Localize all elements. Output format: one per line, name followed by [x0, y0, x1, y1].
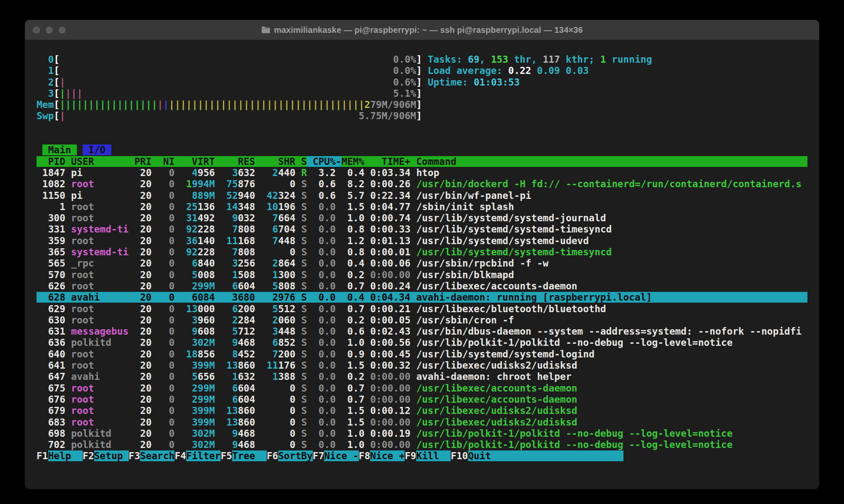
fkey-f6-sortby[interactable]: SortBy [278, 450, 313, 461]
tab-io[interactable]: I/O [83, 144, 111, 155]
fkey-f4-filter[interactable]: Filter [186, 450, 221, 461]
process-row-676[interactable]: 676 root 20 0 299M 6604 0 S 0.0 0.7 0:00… [37, 394, 807, 405]
process-row-683[interactable]: 683 root 20 0 399M 13860 0 S 0.0 1.5 0:0… [37, 417, 807, 428]
process-row-629[interactable]: 629 root 20 0 13000 6200 5512 S 0.0 0.7 … [37, 303, 807, 315]
fkey-label-f9: F9 [405, 450, 416, 461]
process-row-626[interactable]: 626 root 20 0 299M 6604 5808 S 0.0 0.7 0… [37, 281, 807, 292]
fkey-label-f6: F6 [267, 450, 278, 461]
blank-row [37, 122, 807, 133]
htop-screen[interactable]: 0[ 0.0%] Tasks: 69, 153 thr, 117 kthr; 1… [37, 54, 807, 462]
fkey-f7-nice-[interactable]: Nice - [324, 450, 358, 461]
title-bar[interactable]: maximiliankaske — pi@raspberrypi: ~ — ss… [25, 20, 819, 40]
process-row-702[interactable]: 702 polkitd 20 0 302M 9468 0 S 0.0 1.0 0… [37, 439, 807, 450]
screen-tabs: Main I/O [37, 144, 807, 156]
sort-column-cpu[interactable]: CPU%- [307, 156, 341, 167]
process-row-1150[interactable]: 1150 pi 20 0 889M 52940 42324 S 0.6 5.7 … [37, 190, 807, 201]
fkey-label-f1: F1 [37, 450, 48, 461]
blank-row [37, 133, 807, 144]
table-header-columns[interactable]: MEM% TIME+ Command [341, 156, 807, 167]
fkey-f5-tree[interactable]: Tree [232, 450, 267, 461]
process-row-570[interactable]: 570 root 20 0 5008 1508 1300 S 0.0 0.2 0… [37, 269, 807, 281]
process-row-679[interactable]: 679 root 20 0 399M 13860 0 S 0.0 1.5 0:0… [37, 405, 807, 416]
process-row-630[interactable]: 630 root 20 0 3960 2284 2060 S 0.0 0.2 0… [37, 315, 807, 326]
process-row-359[interactable]: 359 root 20 0 36140 11168 7448 S 0.0 1.2… [37, 235, 807, 247]
process-row-640[interactable]: 640 root 20 0 18856 8452 7200 S 0.0 0.9 … [37, 349, 807, 360]
fkey-bar-filler [503, 450, 623, 461]
fkey-label-f4: F4 [174, 450, 186, 461]
process-row-1847[interactable]: 1847 pi 20 0 4956 3632 2440 R 3.2 0.4 0:… [37, 167, 807, 179]
cpu-meter-1: 1[ 0.0%] Load average: 0.22 0.09 0.03 [37, 65, 807, 76]
process-row-565[interactable]: 565 _rpc 20 0 6840 3256 2864 S 0.0 0.4 0… [37, 258, 807, 269]
process-row-1[interactable]: 1 root 20 0 25136 14348 10196 S 0.0 1.5 … [37, 201, 807, 213]
memory-meter: Mem[||||||||||||||||||||||||||||||||||||… [37, 99, 807, 110]
table-header-columns[interactable]: PID USER PRI NI VIRT RES SHR S [37, 156, 307, 167]
cpu-meter-3: 3[|||| 5.1%] [37, 88, 807, 99]
process-row-628-selected[interactable]: 628 avahi 20 0 6084 3680 2976 S 0.0 0.4 … [37, 292, 807, 303]
process-row-631[interactable]: 631 messagebus 20 0 9608 5712 3448 S 0.0… [37, 326, 807, 337]
window-title-text: maximiliankaske — pi@raspberrypi: ~ — ss… [274, 25, 583, 35]
swap-meter: Swp[| 5.75M/906M] [37, 110, 807, 122]
fkey-label-f7: F7 [313, 450, 324, 461]
fkey-f3-search[interactable]: Search [140, 450, 174, 461]
fkey-label-f2: F2 [83, 450, 94, 461]
process-row-641[interactable]: 641 root 20 0 399M 13860 11176 S 0.0 1.5… [37, 360, 807, 371]
window-controls [33, 20, 66, 40]
tab-main[interactable]: Main [42, 144, 77, 155]
process-row-636[interactable]: 636 polkitd 20 0 302M 9468 6852 S 0.0 1.… [37, 337, 807, 348]
process-row-331[interactable]: 331 systemd-ti 20 0 92228 7808 6704 S 0.… [37, 224, 807, 235]
process-row-300[interactable]: 300 root 20 0 31492 9032 7664 S 0.0 1.0 … [37, 213, 807, 224]
process-row-675[interactable]: 675 root 20 0 299M 6604 0 S 0.0 0.7 0:00… [37, 383, 807, 394]
process-row-1082[interactable]: 1082 root 20 0 1994M 75876 0 S 0.6 8.2 0… [37, 179, 807, 190]
process-row-365[interactable]: 365 systemd-ti 20 0 92228 7808 0 S 0.0 0… [37, 247, 807, 258]
fkey-label-f3: F3 [129, 450, 140, 461]
fkey-label-f5: F5 [221, 450, 232, 461]
fkey-f9-kill[interactable]: Kill [416, 450, 451, 461]
process-row-698[interactable]: 698 polkitd 20 0 302M 9468 0 S 0.0 1.0 0… [37, 428, 807, 439]
terminal-window: maximiliankaske — pi@raspberrypi: ~ — ss… [25, 20, 819, 489]
fkey-f8-nice+[interactable]: Nice + [370, 450, 405, 461]
cpu-meter-0: 0[ 0.0%] Tasks: 69, 153 thr, 117 kthr; 1… [37, 54, 807, 65]
close-button[interactable] [33, 27, 40, 34]
folder-icon [261, 26, 270, 34]
fkey-label-f10: F10 [451, 450, 468, 461]
fkey-f10-quit[interactable]: Quit [468, 450, 503, 461]
process-row-647[interactable]: 647 avahi 20 0 5656 1632 1388 S 0.0 0.2 … [37, 371, 807, 382]
zoom-button[interactable] [59, 27, 66, 34]
minimize-button[interactable] [46, 27, 53, 34]
window-title: maximiliankaske — pi@raspberrypi: ~ — ss… [261, 25, 583, 35]
fkey-f1-help[interactable]: Help [48, 450, 83, 461]
fkey-f2-setup[interactable]: Setup [94, 450, 129, 461]
cpu-meter-2: 2[| 0.6%] Uptime: 01:03:53 [37, 77, 807, 88]
table-header-row[interactable]: PID USER PRI NI VIRT RES SHR S CPU%-MEM%… [37, 156, 807, 167]
function-key-bar[interactable]: F1Help F2Setup F3SearchF4FilterF5Tree F6… [37, 450, 807, 462]
fkey-label-f8: F8 [359, 450, 370, 461]
